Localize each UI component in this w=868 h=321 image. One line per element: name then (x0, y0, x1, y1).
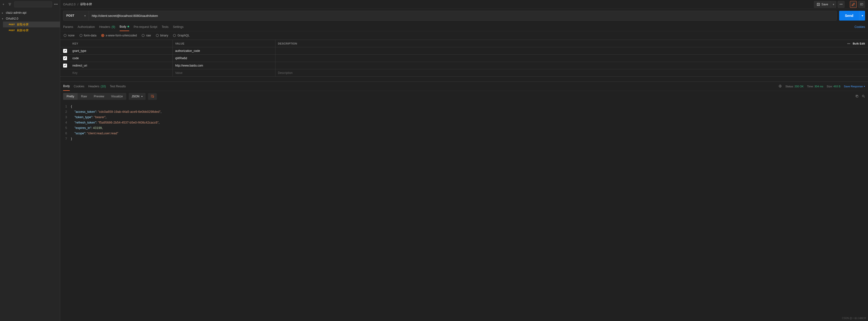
watermark: CSDN @一枚小铆钉H (842, 317, 866, 320)
topbar-more-icon[interactable]: ••• (838, 1, 844, 8)
request-label: 获取令牌 (17, 23, 29, 27)
tab-tests[interactable]: Tests (162, 23, 168, 31)
table-row[interactable]: ✓ redirect_uri http://www.baidu.com (60, 62, 868, 69)
tab-body[interactable]: Body (120, 23, 129, 31)
collection-oauth2[interactable]: ▾ OAuth2.0 (0, 15, 60, 22)
sidebar-search[interactable] (14, 1, 52, 7)
col-key: KEY (70, 40, 173, 47)
method-select[interactable]: POST ▾ (63, 11, 89, 20)
save-dropdown[interactable]: ▾ (831, 1, 836, 8)
checkbox[interactable]: ✓ (63, 64, 67, 67)
svg-rect-3 (856, 95, 858, 97)
checkbox[interactable]: ✓ (63, 49, 67, 53)
filter-icon[interactable] (7, 1, 13, 7)
breadcrumb-current: 获取令牌 (80, 2, 92, 6)
tab-authorization[interactable]: Authorization (78, 23, 95, 31)
response-tabs: Body Cookies Headers (10) Test Results S… (60, 82, 868, 91)
collection-label: clazz-admin-api (6, 11, 26, 14)
more-icon[interactable]: ••• (847, 42, 850, 45)
comment-icon[interactable] (858, 1, 865, 8)
chevron-down-icon: ▾ (84, 14, 86, 17)
resp-tab-cookies[interactable]: Cookies (74, 82, 84, 91)
caret-icon: ▾ (2, 18, 4, 20)
tab-prerequest[interactable]: Pre-request Script (133, 23, 157, 31)
view-preview[interactable]: Preview (90, 93, 107, 100)
table-row[interactable]: ✓ code qWRw6d (60, 55, 868, 62)
method-badge: POST (9, 23, 15, 26)
time-label: Time: 304 ms (807, 85, 823, 88)
status-label: Status: 200 OK (785, 85, 804, 88)
param-value[interactable]: authorization_code (173, 47, 276, 54)
value-input-placeholder[interactable]: Value (173, 69, 276, 76)
param-value[interactable]: qWRw6d (173, 55, 276, 62)
key-input-placeholder[interactable]: Key (70, 69, 173, 76)
desc-input-placeholder[interactable]: Description (276, 69, 843, 76)
radio-graphql[interactable]: GraphQL (173, 34, 189, 37)
resp-tab-body[interactable]: Body (63, 82, 70, 91)
tab-params[interactable]: Params (63, 23, 73, 31)
search-icon[interactable] (862, 94, 865, 99)
size-label: Size: 493 B (827, 85, 840, 88)
copy-icon[interactable] (855, 94, 859, 99)
url-input[interactable] (89, 11, 836, 20)
view-pretty[interactable]: Pretty (63, 93, 78, 100)
breadcrumb-parent[interactable]: OAuth2.0 (63, 3, 75, 6)
add-icon[interactable]: + (1, 3, 5, 6)
param-desc[interactable] (276, 55, 843, 62)
sidebar: + ••• ▸ clazz-admin-api ▾ OAuth2.0 POST … (0, 0, 60, 321)
main-panel: OAuth2.0 / 获取令牌 Save ▾ ••• (60, 0, 868, 321)
param-desc[interactable] (276, 47, 843, 54)
radio-none[interactable]: none (64, 34, 74, 37)
radio-binary[interactable]: binary (156, 34, 168, 37)
cookies-link[interactable]: Cookies (855, 25, 865, 29)
request-tabs: Params Authorization Headers (9) Body Pr… (60, 23, 868, 31)
view-visualize[interactable]: Visualize (107, 93, 126, 100)
edit-icon[interactable] (850, 1, 857, 8)
format-select[interactable]: JSON ▾ (129, 93, 146, 100)
topbar: OAuth2.0 / 获取令牌 Save ▾ ••• (60, 0, 868, 9)
params-table: KEY VALUE DESCRIPTION ••• Bulk Edit ✓ gr… (60, 40, 868, 76)
url-row: POST ▾ Send ▾ (60, 9, 868, 23)
sidebar-more-icon[interactable]: ••• (54, 3, 59, 6)
col-description: DESCRIPTION (276, 40, 843, 47)
response-panel: Body Cookies Headers (10) Test Results S… (60, 82, 868, 321)
request-item-refresh-token[interactable]: POST 刷新令牌 (3, 27, 60, 33)
breadcrumb: OAuth2.0 / 获取令牌 (63, 2, 92, 6)
response-body[interactable]: 1{2 "access_token": "cdc0a659-19ab-44a5-… (60, 102, 868, 321)
collection-label: OAuth2.0 (6, 17, 18, 20)
radio-urlencoded[interactable]: x-www-form-urlencoded (101, 34, 137, 37)
bulk-edit-link[interactable]: Bulk Edit (853, 42, 865, 45)
response-view-bar: Pretty Raw Preview Visualize JSON ▾ (60, 91, 868, 102)
svg-rect-1 (860, 3, 863, 5)
view-raw[interactable]: Raw (78, 93, 90, 100)
radio-form-data[interactable]: form-data (80, 34, 96, 37)
tab-settings[interactable]: Settings (173, 23, 184, 31)
resp-tab-test-results[interactable]: Test Results (110, 82, 126, 91)
save-icon (817, 3, 820, 6)
param-desc[interactable] (276, 62, 843, 69)
param-key[interactable]: redirect_uri (70, 62, 173, 69)
send-button[interactable]: Send (839, 11, 859, 21)
collection-clazz-admin-api[interactable]: ▸ clazz-admin-api (0, 10, 60, 15)
param-value[interactable]: http://www.baidu.com (173, 62, 276, 69)
resp-tab-headers[interactable]: Headers (10) (88, 82, 106, 91)
send-dropdown[interactable]: ▾ (859, 11, 865, 21)
dot-indicator (127, 26, 129, 27)
view-toggle: Pretty Raw Preview Visualize (63, 93, 126, 100)
sidebar-header: + ••• (0, 0, 60, 9)
table-row[interactable]: ✓ grant_type authorization_code (60, 47, 868, 55)
param-key[interactable]: code (70, 55, 173, 62)
request-item-get-token[interactable]: POST 获取令牌 (3, 22, 60, 27)
radio-raw[interactable]: raw (142, 34, 151, 37)
body-type-row: none form-data x-www-form-urlencoded raw… (60, 31, 868, 40)
svg-point-4 (862, 95, 864, 97)
save-button[interactable]: Save (814, 1, 831, 8)
param-key[interactable]: grant_type (70, 47, 173, 54)
collection-tree: ▸ clazz-admin-api ▾ OAuth2.0 POST 获取令牌 P… (0, 9, 60, 34)
tab-headers[interactable]: Headers (9) (99, 23, 115, 31)
save-response-link[interactable]: Save Response ▾ (844, 85, 865, 88)
checkbox[interactable]: ✓ (63, 56, 67, 60)
caret-icon: ▸ (2, 11, 4, 14)
wrap-lines-button[interactable] (148, 93, 157, 100)
globe-icon[interactable] (778, 85, 782, 88)
